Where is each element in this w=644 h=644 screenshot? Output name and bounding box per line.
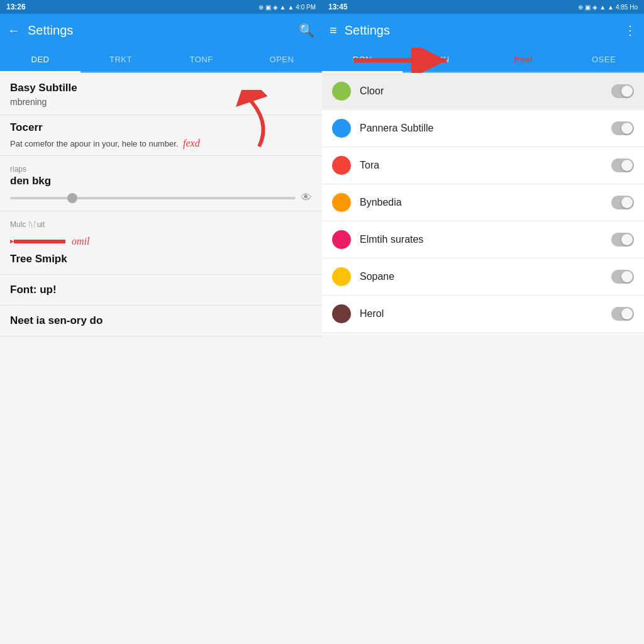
tora-dot	[332, 156, 351, 175]
section-tocerr: Tocerr Pat comefor the apour in your, he…	[0, 115, 322, 156]
tab-open[interactable]: OPEN	[242, 47, 322, 72]
elmtih-dot	[332, 230, 351, 249]
color-item-elmtih: Elmtih surates	[322, 221, 644, 258]
tocerr-title: Tocerr	[10, 121, 312, 134]
cloor-dot	[332, 82, 351, 101]
left-content: Basy Subtille mbrening Tocerr Pat comefo…	[0, 73, 322, 644]
tab-trkt[interactable]: TRKT	[80, 47, 161, 72]
color-item-bynbedia: Bynbedia	[322, 184, 644, 221]
color-item-pannera: Pannera Subtille	[322, 110, 644, 147]
tocerr-desc: Pat comefor the apour in your, hele to n…	[10, 136, 312, 150]
more-icon[interactable]: ⋮	[624, 23, 636, 38]
tab-mn[interactable]: MN	[402, 47, 483, 72]
pannera-dot	[332, 119, 351, 138]
color-item-sopane: Sopane	[322, 258, 644, 296]
eye-icon: 👁	[301, 191, 312, 204]
omil-annotation: omil	[72, 236, 89, 247]
fexd-annotation: fexd	[183, 138, 200, 148]
neet-title: Neet ia sen-ory do	[10, 314, 312, 327]
tora-label: Tora	[360, 160, 602, 171]
tora-toggle[interactable]	[611, 158, 634, 172]
herol-toggle[interactable]	[611, 307, 634, 321]
mulc-label: Mulc ᚢᛚuit	[10, 220, 312, 229]
sopane-toggle[interactable]	[611, 270, 634, 284]
left-status-icons: ⊕ ▣ ◈ ▲ ▲ 4:0 PM	[258, 4, 316, 11]
right-panel: 13:45 ⊕ ▣ ◈ ▲ ▲ 4:85 Ho ≡ Settings ⋮ RON…	[322, 0, 644, 644]
riaps-label: riaps	[10, 165, 312, 174]
treesmipk-title: Tree Smipk	[10, 253, 312, 265]
section-basy: Basy Subtille mbrening	[0, 73, 322, 115]
elmtih-toggle[interactable]	[611, 233, 634, 247]
section-treesmipk: Mulc ᚢᛚuit omil Tree Smipk	[0, 211, 322, 275]
right-settings-title: Settings	[345, 23, 616, 38]
left-settings-title: Settings	[28, 23, 291, 38]
fontup-title: Font: up!	[10, 284, 312, 296]
basy-subtitle: mbrening	[10, 97, 312, 107]
section-fontup: Font: up!	[0, 275, 322, 306]
right-status-bar: 13:45 ⊕ ▣ ◈ ▲ ▲ 4:85 Ho	[322, 0, 644, 14]
right-content: Cloor Pannera Subtille Tora Bynbedia Elm…	[322, 73, 644, 644]
cloor-toggle[interactable]	[611, 84, 634, 98]
herol-dot	[332, 304, 351, 323]
basy-title: Basy Subtille	[10, 82, 312, 94]
right-tab-bar: RON MN frual OSEE	[322, 47, 644, 73]
search-icon[interactable]: 🔍	[299, 23, 314, 38]
tab-ded[interactable]: DED	[0, 47, 80, 72]
left-tab-bar: DED TRKT TONF OPEN	[0, 47, 322, 73]
slider-thumb[interactable]	[67, 193, 77, 203]
slider-track[interactable]	[10, 197, 296, 199]
tab-tonf[interactable]: TONF	[161, 47, 242, 72]
left-panel: 13:26 ⊕ ▣ ◈ ▲ ▲ 4:0 PM ← Settings 🔍 DED …	[0, 0, 322, 644]
left-status-bar: 13:26 ⊕ ▣ ◈ ▲ ▲ 4:0 PM	[0, 0, 322, 14]
cloor-label: Cloor	[360, 86, 602, 97]
color-item-herol: Herol	[322, 296, 644, 333]
sopane-label: Sopane	[360, 271, 602, 282]
section-denbkg: riaps den bkg 👁	[0, 156, 322, 211]
right-time: 13:45	[328, 3, 348, 11]
left-arrow-annotation	[10, 230, 67, 253]
right-app-bar: ≡ Settings ⋮	[322, 14, 644, 47]
color-item-cloor: Cloor	[322, 73, 644, 110]
pannera-label: Pannera Subtille	[360, 123, 602, 134]
left-time: 13:26	[6, 3, 26, 11]
right-status-icons: ⊕ ▣ ◈ ▲ ▲ 4:85 Ho	[578, 4, 638, 11]
slider-row: 👁	[10, 191, 312, 204]
left-app-bar: ← Settings 🔍	[0, 14, 322, 47]
right-tab-bar-wrapper: RON MN frual OSEE	[322, 47, 644, 73]
section-neet: Neet ia sen-ory do	[0, 306, 322, 336]
bynbedia-label: Bynbedia	[360, 197, 602, 208]
elmtih-label: Elmtih surates	[360, 234, 602, 245]
tab-osee[interactable]: OSEE	[564, 47, 644, 72]
bynbedia-toggle[interactable]	[611, 196, 634, 209]
pannera-toggle[interactable]	[611, 121, 634, 135]
color-item-tora: Tora	[322, 147, 644, 184]
denbkg-title: den bkg	[10, 175, 312, 187]
back-icon[interactable]: ←	[8, 23, 20, 38]
tab-frual[interactable]: frual	[483, 47, 564, 72]
sopane-dot	[332, 267, 351, 286]
tab-ron[interactable]: RON	[322, 47, 402, 72]
bynbedia-dot	[332, 193, 351, 212]
herol-label: Herol	[360, 308, 602, 319]
menu-icon[interactable]: ≡	[330, 23, 337, 38]
